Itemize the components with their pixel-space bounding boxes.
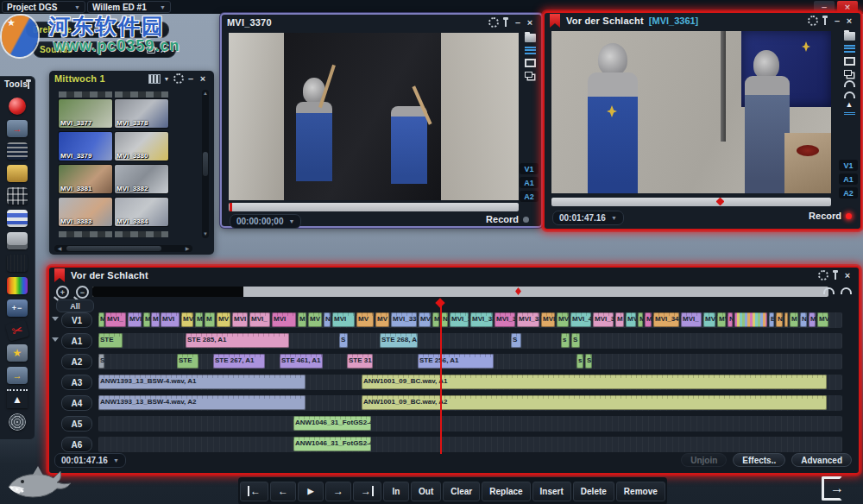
timeline-clip[interactable]: MVI_4: [570, 312, 591, 327]
bin-clip-thumbnail[interactable]: MVI_3381: [59, 165, 112, 193]
timeline-clip[interactable]: MVI: [232, 312, 248, 327]
collapsed-window-drehtage[interactable]: Drehtage ×: [26, 22, 169, 38]
calculator-tool-icon[interactable]: +−: [7, 299, 28, 317]
edit-video-frame[interactable]: [551, 31, 831, 193]
timeline-clip[interactable]: MVI_34: [653, 312, 679, 327]
timeline-clip[interactable]: M: [298, 312, 306, 327]
pin-icon[interactable]: [500, 17, 512, 28]
monitor-icon[interactable]: [844, 57, 855, 66]
printer-tool-icon[interactable]: [7, 232, 28, 249]
timeline-clip[interactable]: MVI: [419, 312, 431, 327]
timeline-clip[interactable]: MVI: [272, 312, 296, 327]
bin-clip-thumbnail[interactable]: MVI_3384: [115, 198, 168, 226]
timeline-header[interactable]: Vor der Schlacht ×: [49, 268, 859, 283]
close-icon[interactable]: ×: [197, 73, 209, 85]
timeline-clip[interactable]: STE 256, A1: [418, 354, 494, 369]
timeline-clip[interactable]: s: [561, 333, 570, 348]
list-icon[interactable]: [844, 45, 855, 53]
timeline-scrollbar-range[interactable]: [92, 287, 243, 297]
track-enable-pill[interactable]: A1: [520, 177, 539, 188]
source-video-frame[interactable]: [229, 33, 519, 200]
edit-record-indicator[interactable]: Record: [809, 211, 852, 221]
timeline-clip[interactable]: ANW1046_31_FotGS2-4: [293, 416, 371, 431]
timeline-clip[interactable]: N: [776, 312, 783, 327]
tools-panel-header[interactable]: Tools: [0, 77, 35, 91]
playhead-line[interactable]: [440, 306, 442, 454]
timeline-clip[interactable]: MVI: [332, 312, 355, 327]
library-stack-tool-icon[interactable]: [7, 210, 28, 227]
zoom-out-icon[interactable]: −: [76, 286, 89, 299]
timeline-clip[interactable]: MVI_: [105, 312, 126, 327]
timeline-clip[interactable]: M: [638, 312, 643, 327]
track-enable-pill[interactable]: A2: [839, 187, 858, 198]
track-lane[interactable]: SSTESTE 267, A1STE 461, A1STE 31STE 256,…: [98, 354, 842, 369]
timeline-clip[interactable]: N: [800, 312, 807, 327]
timeline-clip[interactable]: MVI: [128, 312, 142, 327]
close-icon[interactable]: ×: [841, 270, 854, 281]
replace-button[interactable]: Replace: [482, 482, 530, 501]
timeline-clip[interactable]: MV: [217, 312, 230, 327]
timeline-clip[interactable]: MVI_1: [450, 312, 469, 327]
close-icon[interactable]: ×: [157, 44, 169, 55]
track-label-pill[interactable]: V1: [61, 312, 92, 328]
timeline-clip[interactable]: S: [571, 333, 580, 348]
timeline-clip[interactable]: E: [769, 312, 774, 327]
timeline-clip[interactable]: N: [441, 312, 448, 327]
razor-tool-icon[interactable]: ✂: [5, 319, 29, 342]
timeline-clip[interactable]: M: [151, 312, 160, 327]
timeline-clip[interactable]: M: [809, 312, 816, 327]
source-position-bar[interactable]: [229, 203, 519, 211]
track-enable-pill[interactable]: V1: [839, 160, 858, 171]
timeline-clip[interactable]: STE: [98, 333, 123, 348]
scrollbar-thumb[interactable]: [203, 152, 208, 176]
timeline-clip[interactable]: MV: [717, 312, 726, 327]
bin-clip-thumbnail[interactable]: MVI_3377: [59, 99, 112, 128]
clear-marks-button[interactable]: Clear: [443, 482, 480, 501]
timeline-clip[interactable]: ANW1393_13_BSW-4.wav, A2: [98, 395, 306, 410]
track-expand-caret-icon[interactable]: [52, 337, 59, 342]
import-tool-icon[interactable]: →: [7, 120, 28, 137]
tile-view-tool-icon[interactable]: [7, 187, 28, 205]
remove-button[interactable]: Remove: [616, 482, 665, 501]
timeline-clip[interactable]: MV: [308, 312, 322, 327]
minimize-icon[interactable]: –: [512, 17, 524, 28]
track-lane[interactable]: ANW1393_13_BSW-4.wav, A1ANW1001_09_BC.wa…: [98, 375, 842, 390]
track-label-pill[interactable]: A6: [61, 437, 92, 452]
track-label-pill[interactable]: A1: [61, 333, 92, 349]
scroll-left-icon[interactable]: ◀: [56, 246, 63, 252]
redo-icon[interactable]: [844, 91, 855, 98]
record-tool-icon[interactable]: [9, 98, 26, 115]
fingerprint-tool-icon[interactable]: [9, 413, 26, 431]
scrollbar-thumb[interactable]: [66, 246, 161, 251]
timeline-clip[interactable]: M: [432, 312, 439, 327]
track-label-pill[interactable]: A2: [61, 354, 92, 369]
position-marker[interactable]: [716, 198, 725, 206]
close-icon[interactable]: ×: [150, 24, 162, 35]
close-icon[interactable]: ×: [843, 16, 855, 27]
timeline-clip[interactable]: STE 461, A1: [280, 354, 323, 369]
timeline-clip[interactable]: ANW1001_09_BC.wav, A2: [362, 395, 827, 410]
project-dropdown[interactable]: Project DGS ▼: [2, 1, 85, 13]
advanced-button[interactable]: Advanced: [791, 453, 852, 467]
gear-icon[interactable]: [807, 16, 819, 27]
track-lane[interactable]: STESTE 285, A1SSTE 268, ASsS: [98, 333, 842, 349]
undo-icon[interactable]: [844, 80, 855, 87]
track-lane[interactable]: ANW1046_31_FotGS2-4: [98, 416, 842, 432]
copy-icon[interactable]: [525, 72, 532, 78]
timeline-clip[interactable]: STE 285, A1: [186, 333, 289, 348]
delete-button[interactable]: Delete: [573, 482, 614, 501]
timeline-clip[interactable]: MVI_3: [817, 312, 828, 327]
unjoin-button[interactable]: Unjoin: [681, 453, 727, 467]
step-back-button[interactable]: ←: [270, 482, 296, 501]
source-timecode-button[interactable]: 00:00:00;00 ▼: [230, 214, 301, 229]
edit-position-bar[interactable]: [551, 198, 831, 206]
timeline-clip[interactable]: S: [98, 354, 104, 369]
scroll-down-icon[interactable]: ▼: [202, 231, 209, 237]
close-icon[interactable]: ×: [524, 17, 536, 28]
timeline-clip[interactable]: MV: [626, 312, 636, 327]
track-label-pill[interactable]: A4: [61, 395, 92, 411]
insert-button[interactable]: Insert: [532, 482, 571, 501]
bin-clip-thumbnail[interactable]: MVI_3382: [115, 165, 168, 193]
track-enable-pill[interactable]: V1: [520, 163, 539, 174]
timeline-clip[interactable]: MV: [703, 312, 715, 327]
